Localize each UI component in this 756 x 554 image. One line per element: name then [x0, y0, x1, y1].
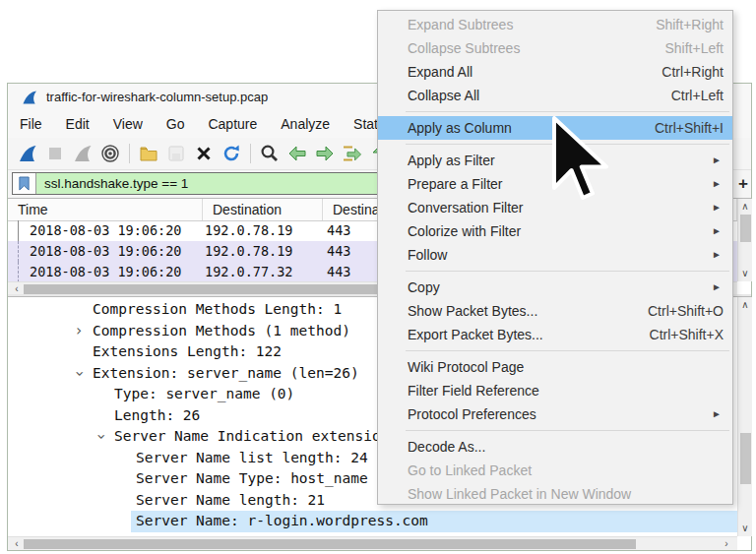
- menu-item-label: Expand All: [408, 60, 472, 84]
- start-capture-icon[interactable]: [16, 142, 39, 165]
- separator-line: [406, 111, 729, 112]
- menu-item-label: Follow: [408, 243, 447, 267]
- menu-separator: [378, 346, 732, 355]
- menu-item-collapse-subtrees: Collapse SubtreesShift+Left: [378, 36, 732, 60]
- menu-item-filter-field-reference[interactable]: Filter Field Reference: [378, 379, 732, 402]
- related-packet-marker: [18, 262, 19, 281]
- menu-item-copy[interactable]: Copy►: [378, 276, 732, 299]
- open-file-icon[interactable]: [137, 142, 160, 165]
- menubar-item-go[interactable]: Go: [155, 110, 197, 138]
- submenu-arrow-icon: ►: [712, 219, 722, 243]
- related-packet-marker: [18, 220, 19, 241]
- menu-item-wiki-protocol-page[interactable]: Wiki Protocol Page: [378, 355, 732, 379]
- menu-item-shortcut: Ctrl+Shift+O: [648, 299, 724, 323]
- tree-row[interactable]: Server Name: r-login.wordpress.com: [8, 511, 737, 532]
- cell-destination-port: 443: [327, 220, 350, 241]
- tree-row-label: Extensions Length: 122: [93, 341, 282, 363]
- submenu-arrow-icon: ►: [712, 276, 722, 299]
- menu-item-protocol-preferences[interactable]: Protocol Preferences►: [378, 402, 732, 426]
- menu-item-label: Collapse All: [408, 84, 479, 107]
- scrollbar-thumb[interactable]: [740, 433, 751, 484]
- menubar-item-analyze[interactable]: Analyze: [269, 110, 342, 138]
- cell-time: 2018-08-03 19:06:20: [30, 241, 181, 262]
- menu-item-label: Filter Field Reference: [408, 379, 539, 402]
- scroll-right-icon[interactable]: ›: [720, 538, 733, 550]
- packet-list-vscrollbar[interactable]: ∧ ∨: [737, 199, 752, 281]
- save-file-icon: [164, 142, 188, 165]
- column-header-destination[interactable]: Destination: [203, 199, 323, 220]
- menu-item-shortcut: Shift+Right: [656, 13, 724, 36]
- go-to-packet-icon[interactable]: [341, 142, 364, 165]
- filter-bookmark-button[interactable]: [13, 173, 36, 194]
- submenu-arrow-icon: ►: [712, 243, 722, 267]
- menu-item-collapse-all[interactable]: Collapse AllCtrl+Left: [378, 84, 732, 107]
- menu-item-label: Protocol Preferences: [408, 402, 536, 426]
- reload-file-icon[interactable]: [220, 142, 243, 165]
- menubar-item-view[interactable]: View: [101, 110, 155, 138]
- filter-add-button[interactable]: +: [735, 172, 751, 195]
- toolbar-separator: [250, 144, 251, 163]
- column-header-time[interactable]: Time: [8, 199, 203, 220]
- menu-item-label: Show Packet Bytes...: [408, 299, 537, 323]
- related-packet-marker: [18, 241, 19, 262]
- menu-item-colorize-with-filter[interactable]: Colorize with Filter►: [378, 219, 732, 243]
- menubar-item-edit[interactable]: Edit: [54, 110, 101, 138]
- menu-item-label: Collapse Subtrees: [408, 36, 520, 60]
- menu-item-label: Export Packet Bytes...: [408, 323, 543, 346]
- menu-item-export-packet-bytes[interactable]: Export Packet Bytes...Ctrl+Shift+X: [378, 323, 732, 346]
- scroll-up-icon[interactable]: ∧: [738, 299, 752, 311]
- tree-row-label: Extension: server_name (len=26): [93, 363, 359, 385]
- detail-vscrollbar[interactable]: ∧ ∨: [737, 297, 752, 536]
- menu-item-show-packet-bytes[interactable]: Show Packet Bytes...Ctrl+Shift+O: [378, 299, 732, 323]
- submenu-arrow-icon: ►: [712, 402, 722, 426]
- filter-expression: ssl.handshake.type == 1: [44, 176, 188, 191]
- submenu-arrow-icon: ►: [712, 196, 722, 219]
- scroll-down-icon[interactable]: ∨: [738, 268, 752, 279]
- toolbar-separator: [129, 144, 130, 163]
- capture-options-icon[interactable]: [98, 142, 122, 165]
- scroll-up-icon[interactable]: ∧: [738, 201, 752, 213]
- screenshot-canvas: traffic-for-wireshark-column-setup.pcap …: [0, 0, 756, 554]
- menu-item-label: Go to Linked Packet: [408, 459, 532, 482]
- tree-row-label: Server Name Type: host_name (0): [136, 468, 403, 490]
- close-file-icon[interactable]: [192, 142, 216, 165]
- menu-item-label: Show Linked Packet in New Window: [408, 482, 631, 506]
- collapse-expander-icon[interactable]: ›: [68, 366, 90, 380]
- cell-destination: 192.0.78.19: [205, 220, 292, 241]
- submenu-arrow-icon: ►: [712, 149, 722, 172]
- menu-item-label: Conversation Filter: [408, 196, 524, 219]
- scrollbar-thumb[interactable]: [24, 539, 636, 549]
- tree-row-label: Server Name: r-login.wordpress.com: [136, 511, 428, 532]
- expand-expander-icon[interactable]: ›: [72, 321, 86, 342]
- menu-item-shortcut: Ctrl+Shift+X: [650, 323, 724, 346]
- menubar-item-file[interactable]: File: [8, 110, 54, 138]
- submenu-arrow-icon: ►: [712, 172, 722, 196]
- scroll-left-icon[interactable]: ‹: [10, 538, 24, 550]
- go-back-icon[interactable]: [285, 142, 309, 165]
- menu-separator: [378, 107, 732, 116]
- menu-item-label: Expand Subtrees: [408, 13, 513, 36]
- scrollbar-thumb[interactable]: [740, 215, 751, 242]
- tree-row-label: Compression Methods Length: 1: [93, 299, 342, 321]
- menu-item-label: Decode As...: [408, 435, 485, 459]
- menu-item-expand-subtrees: Expand SubtreesShift+Right: [378, 13, 732, 36]
- mouse-cursor-icon: [551, 116, 610, 207]
- window-title: traffic-for-wireshark-column-setup.pcap: [46, 90, 268, 104]
- tree-row-label: Server Name length: 21: [136, 490, 325, 512]
- menubar-item-capture[interactable]: Capture: [196, 110, 269, 138]
- separator-line: [406, 430, 729, 431]
- menu-item-label: Wiki Protocol Page: [408, 355, 524, 379]
- menu-item-decode-as[interactable]: Decode As...: [378, 435, 732, 459]
- menu-item-shortcut: Shift+Left: [664, 36, 724, 60]
- go-forward-icon[interactable]: [313, 142, 337, 165]
- menu-item-follow[interactable]: Follow►: [378, 243, 732, 267]
- find-packet-icon[interactable]: [258, 142, 282, 165]
- menu-item-expand-all[interactable]: Expand AllCtrl+Right: [378, 60, 732, 84]
- menu-item-label: Copy: [408, 276, 440, 299]
- scroll-down-icon[interactable]: ∨: [738, 523, 752, 534]
- detail-hscrollbar[interactable]: ‹ ›: [8, 536, 737, 550]
- cell-time: 2018-08-03 19:06:20: [30, 220, 181, 241]
- stop-capture-icon: [43, 142, 67, 165]
- cell-time: 2018-08-03 19:06:20: [30, 262, 181, 281]
- collapse-expander-icon[interactable]: ›: [90, 430, 111, 444]
